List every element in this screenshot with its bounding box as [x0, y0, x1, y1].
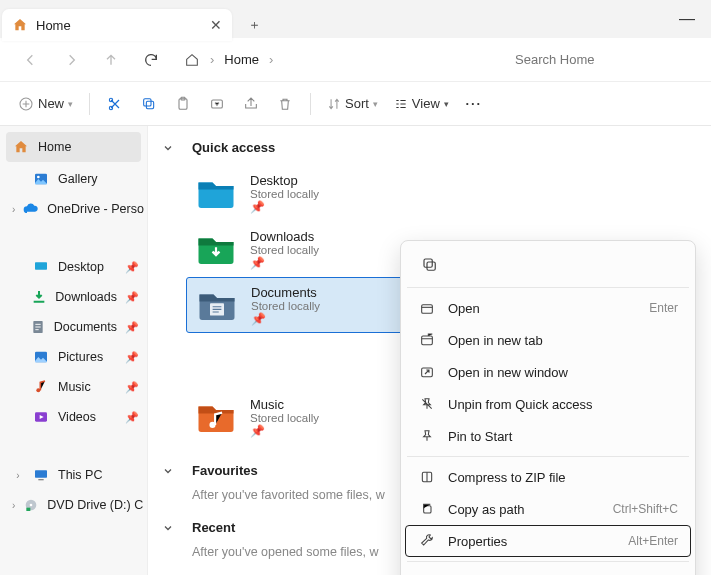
sidebar-item-music[interactable]: Music 📌 [0, 372, 147, 402]
sidebar-item-thispc[interactable]: › This PC [0, 460, 147, 490]
tile-sub: Stored locally [251, 300, 320, 312]
new-tab-button[interactable]: ＋ [238, 9, 270, 41]
chevron-right-icon: › [210, 52, 214, 67]
unpin-icon [418, 396, 436, 412]
chevron-down-icon: ▾ [68, 99, 73, 109]
ctx-label: Copy as path [448, 502, 525, 517]
breadcrumb[interactable]: › Home › [174, 52, 503, 68]
title-bar: Home ✕ ＋ — [0, 0, 711, 38]
share-button[interactable] [236, 89, 266, 119]
copy-button[interactable] [415, 250, 445, 280]
sort-label: Sort [345, 96, 369, 111]
tile-name: Music [250, 397, 319, 412]
open-icon [418, 300, 436, 316]
view-label: View [412, 96, 440, 111]
ctx-shortcut: Enter [649, 301, 678, 315]
ctx-label: Open in new tab [448, 333, 543, 348]
view-button[interactable]: View ▾ [388, 89, 455, 119]
ctx-label: Unpin from Quick access [448, 397, 593, 412]
svg-rect-24 [422, 305, 433, 314]
chevron-down-icon [162, 522, 178, 534]
window-tab[interactable]: Home ✕ [2, 9, 232, 41]
tile-name: Documents [251, 285, 320, 300]
ctx-open[interactable]: Open Enter [405, 292, 691, 324]
ctx-label: Compress to ZIP file [448, 470, 566, 485]
context-icon-row [405, 247, 691, 283]
ctx-label: Open [448, 301, 480, 316]
chevron-right-icon[interactable]: › [12, 500, 15, 511]
sort-button[interactable]: Sort ▾ [321, 89, 384, 119]
cut-button[interactable] [100, 89, 130, 119]
breadcrumb-home[interactable]: Home [224, 52, 259, 67]
pin-icon: 📌 [251, 312, 320, 326]
pin-icon: 📌 [250, 200, 319, 214]
chevron-right-icon: › [269, 52, 273, 67]
svg-point-9 [37, 176, 40, 179]
pin-icon: 📌 [125, 351, 139, 364]
delete-button[interactable] [270, 89, 300, 119]
sidebar-item-label: This PC [58, 468, 102, 482]
home-icon [184, 52, 200, 68]
ctx-pin-start[interactable]: Pin to Start [405, 420, 691, 452]
sidebar-item-desktop[interactable]: Desktop 📌 [0, 252, 147, 282]
pc-icon [32, 467, 50, 483]
ctx-open-new-window[interactable]: Open in new window [405, 356, 691, 388]
sidebar-item-downloads[interactable]: Downloads 📌 [0, 282, 147, 312]
svg-rect-25 [422, 336, 433, 345]
sidebar-item-pictures[interactable]: Pictures 📌 [0, 342, 147, 372]
sidebar-item-videos[interactable]: Videos 📌 [0, 402, 147, 432]
rename-button[interactable] [202, 89, 232, 119]
pin-icon: 📌 [125, 381, 139, 394]
disc-icon [23, 497, 39, 513]
home-icon [12, 139, 30, 155]
chevron-right-icon[interactable]: › [12, 204, 15, 215]
chevron-right-icon[interactable]: › [12, 470, 24, 481]
downloads-folder-icon [194, 227, 238, 271]
search-input[interactable]: Search Home [509, 45, 697, 75]
tile-sub: Stored locally [250, 412, 319, 424]
ctx-open-new-tab[interactable]: Open in new tab [405, 324, 691, 356]
tile-desktop[interactable]: Desktop Stored locally 📌 [186, 165, 456, 221]
svg-rect-16 [38, 479, 43, 480]
chevron-down-icon [162, 465, 178, 477]
sidebar-item-gallery[interactable]: Gallery [0, 164, 147, 194]
refresh-button[interactable] [134, 43, 168, 77]
context-menu: Open Enter Open in new tab Open in new w… [400, 240, 696, 575]
sidebar-item-label: Videos [58, 410, 96, 424]
ctx-shortcut: Alt+Enter [628, 534, 678, 548]
minimize-button[interactable]: — [663, 10, 711, 28]
up-button[interactable] [94, 43, 128, 77]
sidebar-item-label: Downloads [55, 290, 117, 304]
tile-sub: Stored locally [250, 188, 319, 200]
sidebar-item-home[interactable]: Home [6, 132, 141, 162]
more-button[interactable]: ··· [459, 89, 489, 119]
sidebar-item-documents[interactable]: Documents 📌 [0, 312, 147, 342]
pin-icon: 📌 [250, 256, 319, 270]
section-header[interactable]: Quick access [162, 140, 703, 155]
ctx-copy-path[interactable]: Copy as path Ctrl+Shift+C [405, 493, 691, 525]
sidebar-item-dvd[interactable]: › DVD Drive (D:) C [0, 490, 147, 520]
forward-button[interactable] [54, 43, 88, 77]
paste-button[interactable] [168, 89, 198, 119]
svg-rect-15 [35, 470, 47, 477]
svg-rect-10 [35, 262, 47, 269]
copy-button[interactable] [134, 89, 164, 119]
videos-icon [32, 409, 50, 425]
sidebar-item-label: Gallery [58, 172, 98, 186]
sidebar-item-onedrive[interactable]: › OneDrive - Perso [0, 194, 147, 224]
gallery-icon [32, 171, 50, 187]
search-placeholder: Search Home [515, 52, 594, 67]
music-icon [32, 379, 50, 395]
section-title: Quick access [192, 140, 275, 155]
properties-icon [418, 533, 436, 549]
ctx-properties[interactable]: Properties Alt+Enter [405, 525, 691, 557]
ctx-compress[interactable]: Compress to ZIP file [405, 461, 691, 493]
ctx-label: Properties [448, 534, 507, 549]
new-button[interactable]: New ▾ [12, 89, 79, 119]
close-tab-icon[interactable]: ✕ [210, 17, 222, 33]
ctx-unpin[interactable]: Unpin from Quick access [405, 388, 691, 420]
tab-label: Home [36, 18, 71, 33]
back-button[interactable] [14, 43, 48, 77]
ctx-show-more[interactable]: Show more options [405, 566, 691, 575]
ctx-shortcut: Ctrl+Shift+C [613, 502, 678, 516]
